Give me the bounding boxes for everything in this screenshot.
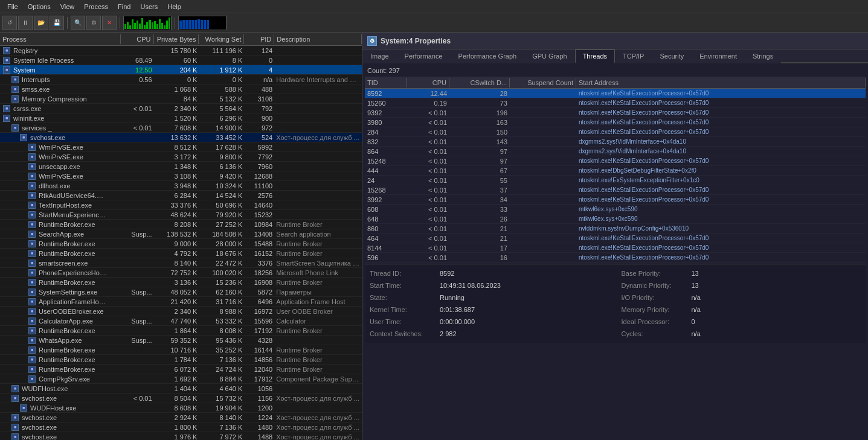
table-row[interactable]: ■ System Idle Process 68.49 60 K 8 K 0 xyxy=(0,56,362,65)
list-item[interactable]: 8592 12.44 28 ntoskml.exe!KeStallExecuti… xyxy=(365,89,866,98)
tab-performance[interactable]: Performance xyxy=(397,49,451,63)
list-item[interactable]: 860 < 0.01 21 nvlddmkm.sys!nvDumpConfig+… xyxy=(365,224,866,234)
table-row[interactable]: ■ CalculatorApp.exe Susp... 47 740 K 53 … xyxy=(0,316,362,326)
proc-private: 3 172 K xyxy=(154,153,199,161)
col-desc-header[interactable]: Description xyxy=(274,34,362,44)
list-item[interactable]: 8144 < 0.01 17 ntoskml.exe!KeStallExecut… xyxy=(365,243,866,253)
table-row[interactable]: ■ dllhost.exe 3 948 K 10 324 K 11100 xyxy=(0,181,362,191)
toolbar-pause[interactable]: ⏸ xyxy=(18,16,33,30)
tab-strings[interactable]: Strings xyxy=(745,49,781,63)
list-item[interactable]: 24 < 0.01 55 ntoskml.exe!ExSystemExcepti… xyxy=(365,176,866,185)
tab-gpu-graph[interactable]: GPU Graph xyxy=(524,49,574,63)
th-tid[interactable]: TID xyxy=(365,78,407,88)
table-row[interactable]: ■ services _ < 0.01 7 608 K 14 900 K 972 xyxy=(0,123,362,133)
table-row[interactable]: ■ RuntimeBroker.exe 6 072 K 24 724 K 120… xyxy=(0,365,362,374)
list-item[interactable]: 444 < 0.01 67 ntoskml.exe!DbgSetDebugFil… xyxy=(365,166,866,176)
table-row[interactable]: ■ PhoneExperienceHos... 72 752 K 100 020… xyxy=(0,268,362,278)
table-row[interactable]: ■ unsecapp.exe 1 348 K 6 136 K 7960 xyxy=(0,162,362,171)
tab-tcp/ip[interactable]: TCP/IP xyxy=(615,49,652,63)
table-row[interactable]: ■ StartMenuExperience... 48 624 K 79 920… xyxy=(0,210,362,220)
list-item[interactable]: 464 < 0.01 21 ntoskml.exe!KeStallExecuti… xyxy=(365,234,866,243)
table-row[interactable]: ■ CompPkgSrv.exe 1 692 K 8 884 K 17912 C… xyxy=(0,374,362,384)
table-row[interactable]: ■ RtkAudUService64.exe 6 284 K 14 524 K … xyxy=(0,191,362,200)
table-row[interactable]: ■ RuntimeBroker.exe 4 792 K 18 676 K 161… xyxy=(0,249,362,258)
table-row[interactable]: ■ Interrupts 0.56 0 K 0 K n/a Hardware I… xyxy=(0,75,362,84)
table-row[interactable]: ■ svchost.exe 1 800 K 7 136 K 1480 Хост-… xyxy=(0,422,362,432)
col-pid-header[interactable]: PID xyxy=(244,34,274,44)
tab-performance-graph[interactable]: Performance Graph xyxy=(451,49,525,63)
toolbar-find[interactable]: 🔍 xyxy=(71,16,85,30)
list-item[interactable]: 15248 < 0.01 97 ntoskml.exe!KeStallExecu… xyxy=(365,156,866,166)
table-row[interactable]: ■ RuntimeBroker.exe 1 864 K 8 008 K 1719… xyxy=(0,326,362,336)
thread-list[interactable]: 8592 12.44 28 ntoskml.exe!KeStallExecuti… xyxy=(365,89,866,264)
list-item[interactable]: 648 < 0.01 26 mtkwl6ex.sys+0xc590 xyxy=(365,214,866,224)
col-cpu-header[interactable]: CPU xyxy=(121,34,154,44)
table-row[interactable]: ■ csrss.exe < 0.01 2 340 K 5 564 K 792 xyxy=(0,104,362,113)
table-row[interactable]: ■ svchost.exe 13 632 K 33 452 K 524 Хост… xyxy=(0,133,362,142)
menu-users[interactable]: Users xyxy=(135,2,162,11)
table-row[interactable]: ■ Memory Compression 84 K 5 132 K 3108 xyxy=(0,94,362,104)
list-item[interactable]: 15260 0.19 73 ntoskml.exe!KeStallExecuti… xyxy=(365,98,866,108)
table-row[interactable]: ■ System 12.50 204 K 1 912 K 4 xyxy=(0,65,362,75)
th-suspend[interactable]: Suspend Count xyxy=(510,78,576,88)
table-row[interactable]: ■ SystemSettings.exe Susp... 48 052 K 62… xyxy=(0,287,362,297)
list-item[interactable]: 864 < 0.01 97 dxgmms2.sys!VidMmInterface… xyxy=(365,147,866,156)
menu-help[interactable]: Help xyxy=(162,2,186,11)
table-row[interactable]: ■ svchost.exe 1 976 K 7 972 K 1488 Хост-… xyxy=(0,432,362,440)
table-row[interactable]: ■ WmiPrvSE.exe 3 172 K 9 800 K 7792 xyxy=(0,152,362,162)
menu-file[interactable]: File xyxy=(2,2,23,11)
table-row[interactable]: ■ WmiPrvSE.exe 3 108 K 9 420 K 12688 xyxy=(0,171,362,181)
tab-security[interactable]: Security xyxy=(652,49,692,63)
th-cswitch[interactable]: CSwitch D... xyxy=(449,78,510,88)
list-item[interactable]: 3980 < 0.01 163 ntoskml.exe!KeStallExecu… xyxy=(365,118,866,127)
table-row[interactable]: ■ WUDFHost.exe 8 608 K 19 904 K 1200 xyxy=(0,403,362,413)
col-process-header[interactable]: Process xyxy=(0,34,121,44)
table-row[interactable]: ■ RuntimeBroker.exe 9 000 K 28 000 K 154… xyxy=(0,239,362,249)
proc-pid: 1224 xyxy=(244,414,274,421)
table-row[interactable]: ■ smss.exe 1 068 K 588 K 488 xyxy=(0,84,362,94)
toolbar-save[interactable]: 💾 xyxy=(50,16,64,30)
list-item[interactable]: 832 < 0.01 143 dxgmms2.sys!VidMmInterfac… xyxy=(365,137,866,147)
td-cswitch: 55 xyxy=(449,177,510,184)
table-row[interactable]: ■ UserOOBEBroker.exe 2 340 K 8 988 K 169… xyxy=(0,307,362,316)
table-row[interactable]: ■ wininit.exe 1 520 K 6 296 K 900 xyxy=(0,113,362,123)
table-row[interactable]: ■ RuntimeBroker.exe 8 208 K 27 252 K 109… xyxy=(0,220,362,229)
proc-desc: Component Package Suppor... xyxy=(274,375,362,383)
list-item[interactable]: 608 < 0.01 33 mtkwl6ex.sys+0xc590 xyxy=(365,205,866,214)
table-row[interactable]: ■ svchost.exe < 0.01 8 504 K 15 732 K 11… xyxy=(0,394,362,403)
table-row[interactable]: ■ TextInputHost.exe 33 376 K 50 696 K 14… xyxy=(0,200,362,210)
table-row[interactable]: ■ WhatsApp.exe Susp... 59 352 K 95 436 K… xyxy=(0,336,362,345)
tab-environment[interactable]: Environment xyxy=(692,49,745,63)
list-item[interactable]: 284 < 0.01 150 ntoskml.exe!KeStallExecut… xyxy=(365,127,866,137)
list-item[interactable]: 596 < 0.01 16 ntoskml.exe!KeStallExecuti… xyxy=(365,253,866,263)
list-item[interactable]: 15268 < 0.01 37 ntoskml.exe!KeStallExecu… xyxy=(365,185,866,195)
table-row[interactable]: ■ WUDFHost.exe 1 404 K 4 640 K 1056 xyxy=(0,384,362,394)
menu-options[interactable]: Options xyxy=(23,2,56,11)
col-private-header[interactable]: Private Bytes xyxy=(154,34,199,44)
proc-working: 10 324 K xyxy=(199,182,244,190)
table-row[interactable]: ■ smartscreen.exe 8 140 K 22 472 K 3376 … xyxy=(0,258,362,268)
list-item[interactable]: 3992 < 0.01 34 ntoskml.exe!KeStallExecut… xyxy=(365,195,866,205)
th-cpu[interactable]: CPU xyxy=(407,78,449,88)
toolbar-open[interactable]: 📂 xyxy=(34,16,48,30)
table-row[interactable]: ■ RuntimeBroker.exe 1 784 K 7 136 K 1485… xyxy=(0,355,362,365)
toolbar-settings[interactable]: ⚙ xyxy=(86,16,101,30)
table-row[interactable]: ■ Registry 15 780 K 111 196 K 124 xyxy=(0,46,362,56)
table-row[interactable]: ■ WmiPrvSE.exe 8 512 K 17 628 K 5992 xyxy=(0,142,362,152)
table-row[interactable]: ■ RuntimeBroker.exe 10 716 K 35 252 K 16… xyxy=(0,345,362,355)
tab-image[interactable]: Image xyxy=(362,49,397,63)
col-working-header[interactable]: Working Set xyxy=(199,34,244,44)
menu-process[interactable]: Process xyxy=(79,2,113,11)
menu-find[interactable]: Find xyxy=(113,2,135,11)
table-row[interactable]: ■ RuntimeBroker.exe 3 136 K 15 236 K 169… xyxy=(0,278,362,287)
table-row[interactable]: ■ ApplicationFrameHost... 21 420 K 31 71… xyxy=(0,297,362,307)
th-start[interactable]: Start Address xyxy=(576,78,866,88)
table-row[interactable]: ■ SearchApp.exe Susp... 138 532 K 184 50… xyxy=(0,229,362,239)
toolbar-refresh[interactable]: ↺ xyxy=(2,16,17,30)
tab-threads[interactable]: Threads xyxy=(575,49,615,63)
process-list[interactable]: ■ Registry 15 780 K 111 196 K 124 ■ Syst… xyxy=(0,46,362,440)
table-row[interactable]: ■ svchost.exe 2 924 K 8 140 K 1224 Хост-… xyxy=(0,413,362,422)
toolbar-close[interactable]: ✕ xyxy=(102,16,117,30)
menu-view[interactable]: View xyxy=(56,2,80,11)
list-item[interactable]: 9392 < 0.01 196 ntoskml.exe!KeStallExecu… xyxy=(365,108,866,118)
